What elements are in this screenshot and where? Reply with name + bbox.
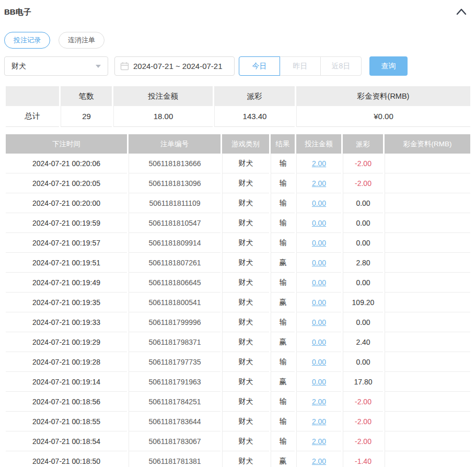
cell-bet-time: 2024-07-21 00:19:57 bbox=[6, 233, 127, 253]
cell-result: 输 bbox=[271, 233, 295, 253]
date-range-input[interactable]: 2024-07-21 ~ 2024-07-21 bbox=[114, 56, 235, 76]
table-row: 2024-07-21 00:20:06 5061181813666 财犬 输 2… bbox=[6, 154, 470, 173]
cell-game-type: 财犬 bbox=[222, 253, 269, 273]
bet-amount-link[interactable]: 0.00 bbox=[312, 358, 326, 366]
cell-result: 输 bbox=[271, 412, 295, 431]
cell-order-id: 5061181799996 bbox=[129, 312, 220, 332]
cell-bonus bbox=[385, 273, 470, 293]
cell-order-id: 5061181798371 bbox=[129, 332, 220, 352]
cell-payout: 0.00 bbox=[343, 352, 383, 372]
quick-btn-yesterday[interactable]: 昨日 bbox=[280, 56, 321, 76]
cell-bet-time: 2024-07-21 00:19:49 bbox=[6, 273, 127, 293]
bet-amount-link[interactable]: 2.00 bbox=[312, 417, 326, 426]
bet-amount-link[interactable]: 0.00 bbox=[312, 199, 326, 207]
cell-bet-time: 2024-07-21 00:20:06 bbox=[6, 154, 127, 173]
cell-order-id: 5061181784251 bbox=[129, 392, 220, 412]
summary-total-bonus: ¥0.00 bbox=[296, 106, 470, 127]
game-select-value: 财犬 bbox=[11, 62, 26, 71]
cell-bet-time: 2024-07-21 00:19:28 bbox=[6, 352, 127, 372]
bet-amount-link[interactable]: 0.00 bbox=[312, 259, 326, 267]
caret-down-icon bbox=[96, 65, 101, 68]
cell-game-type: 财犬 bbox=[222, 213, 269, 233]
cell-game-type: 财犬 bbox=[222, 431, 269, 451]
cell-result: 输 bbox=[271, 312, 295, 332]
cell-bet-time: 2024-07-21 00:19:14 bbox=[6, 372, 127, 392]
table-row: 2024-07-21 00:18:50 5061181781381 财犬 赢 2… bbox=[6, 451, 470, 467]
cell-bet-amount: 0.00 bbox=[296, 213, 341, 233]
summary-col-bonus: 彩金资料(RMB) bbox=[296, 86, 470, 106]
cell-order-id: 5061181810547 bbox=[129, 213, 220, 233]
panel-title: BB电子 bbox=[4, 7, 31, 17]
search-button[interactable]: 查询 bbox=[369, 56, 408, 76]
tab-bar: 投注记录 连消注单 bbox=[4, 32, 472, 49]
cell-bet-amount: 0.00 bbox=[296, 312, 341, 332]
quick-date-group: 今日 昨日 近8日 bbox=[239, 56, 362, 76]
cell-order-id: 5061181781381 bbox=[129, 451, 220, 467]
cell-result: 输 bbox=[271, 273, 295, 293]
cell-bet-time: 2024-07-21 00:18:55 bbox=[6, 412, 127, 431]
cell-game-type: 财犬 bbox=[222, 233, 269, 253]
bet-amount-link[interactable]: 2.00 bbox=[312, 159, 326, 168]
filter-bar: 财犬 2024-07-21 ~ 2024-07-21 今日 昨日 近8日 查询 bbox=[4, 56, 472, 76]
col-bet-amount: 投注金额 bbox=[296, 134, 341, 154]
summary-total-row: 总计 29 18.00 143.40 ¥0.00 bbox=[6, 106, 470, 127]
cell-result: 赢 bbox=[271, 293, 295, 312]
cell-payout: 17.80 bbox=[343, 372, 383, 392]
bet-amount-link[interactable]: 0.00 bbox=[312, 318, 326, 326]
cell-bonus bbox=[385, 372, 470, 392]
cell-bonus bbox=[385, 332, 470, 352]
bet-amount-link[interactable]: 0.00 bbox=[312, 219, 326, 227]
cell-bonus bbox=[385, 392, 470, 412]
col-payout: 派彩 bbox=[343, 134, 383, 154]
table-row: 2024-07-21 00:19:35 5061181800541 财犬 赢 0… bbox=[6, 293, 470, 312]
cell-order-id: 5061181813096 bbox=[129, 173, 220, 193]
bet-amount-link[interactable]: 2.00 bbox=[312, 179, 326, 188]
cell-result: 输 bbox=[271, 193, 295, 213]
cell-bet-amount: 2.00 bbox=[296, 173, 341, 193]
cell-bet-time: 2024-07-21 00:18:50 bbox=[6, 451, 127, 467]
tab-cancelled-orders[interactable]: 连消注单 bbox=[59, 32, 105, 49]
bet-amount-link[interactable]: 2.00 bbox=[312, 437, 326, 446]
cell-payout: 0.00 bbox=[343, 213, 383, 233]
cell-game-type: 财犬 bbox=[222, 392, 269, 412]
cell-game-type: 财犬 bbox=[222, 293, 269, 312]
cell-game-type: 财犬 bbox=[222, 173, 269, 193]
cell-bet-amount: 0.00 bbox=[296, 193, 341, 213]
bet-amount-link[interactable]: 2.00 bbox=[312, 398, 326, 406]
quick-btn-today[interactable]: 今日 bbox=[239, 56, 280, 76]
cell-bonus bbox=[385, 154, 470, 173]
quick-btn-last-8-days[interactable]: 近8日 bbox=[320, 56, 362, 76]
bet-amount-link[interactable]: 0.00 bbox=[312, 278, 326, 287]
table-row: 2024-07-21 00:18:55 5061181783644 财犬 输 2… bbox=[6, 412, 470, 431]
col-order-id: 注单编号 bbox=[129, 134, 220, 154]
bet-amount-link[interactable]: 0.00 bbox=[312, 378, 326, 386]
summary-total-bet: 18.00 bbox=[113, 106, 213, 127]
cell-game-type: 财犬 bbox=[222, 352, 269, 372]
tab-betting-records[interactable]: 投注记录 bbox=[4, 32, 50, 49]
cell-bet-amount: 0.00 bbox=[296, 233, 341, 253]
collapse-button[interactable] bbox=[456, 8, 467, 17]
cell-payout: 0.00 bbox=[343, 233, 383, 253]
cell-order-id: 5061181813666 bbox=[129, 154, 220, 173]
table-row: 2024-07-21 00:18:56 5061181784251 财犬 输 2… bbox=[6, 392, 470, 412]
table-row: 2024-07-21 00:20:00 5061181811109 财犬 输 0… bbox=[6, 193, 470, 213]
cell-bonus bbox=[385, 312, 470, 332]
bet-amount-link[interactable]: 2.00 bbox=[312, 457, 326, 465]
summary-col-count: 笔数 bbox=[61, 86, 112, 106]
bet-amount-link[interactable]: 0.00 bbox=[312, 239, 326, 247]
cell-result: 赢 bbox=[271, 372, 295, 392]
table-row: 2024-07-21 00:20:05 5061181813096 财犬 输 2… bbox=[6, 173, 470, 193]
table-row: 2024-07-21 00:19:51 5061181807261 财犬 赢 0… bbox=[6, 253, 470, 273]
bet-table-header-row: 下注时间 注单编号 游戏类别 结果 投注金额 派彩 彩金资料(RMB) bbox=[6, 134, 470, 154]
cell-bonus bbox=[385, 193, 470, 213]
game-select[interactable]: 财犬 bbox=[4, 56, 108, 76]
table-row: 2024-07-21 00:19:14 5061181791963 财犬 赢 0… bbox=[6, 372, 470, 392]
cell-order-id: 5061181800541 bbox=[129, 293, 220, 312]
cell-result: 输 bbox=[271, 392, 295, 412]
cell-game-type: 财犬 bbox=[222, 332, 269, 352]
cell-order-id: 5061181807261 bbox=[129, 253, 220, 273]
bet-amount-link[interactable]: 0.00 bbox=[312, 338, 326, 346]
chevron-up-icon bbox=[456, 8, 467, 17]
bet-amount-link[interactable]: 0.00 bbox=[312, 298, 326, 307]
cell-payout: -2.00 bbox=[343, 173, 383, 193]
